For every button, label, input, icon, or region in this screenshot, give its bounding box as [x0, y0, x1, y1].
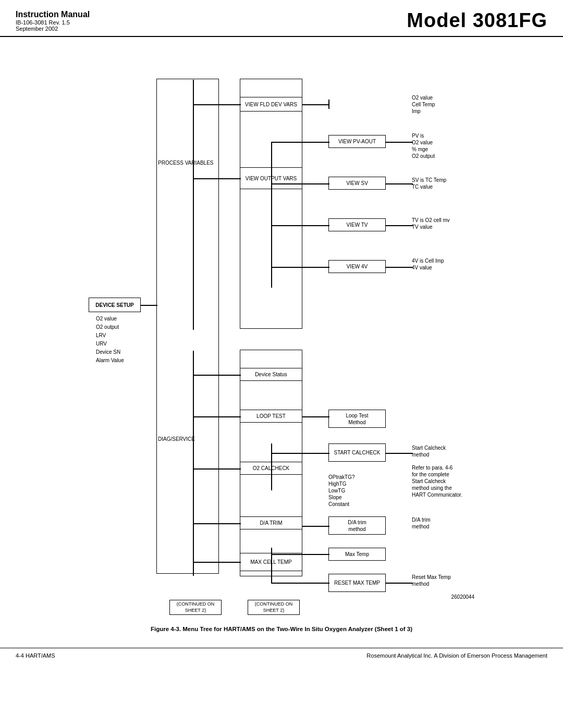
da-trim-method-box: D/A trim method: [328, 516, 386, 535]
vline-col2-process: [193, 80, 194, 330]
model-number: Model 3081FG: [407, 9, 547, 32]
loop-test-box: LOOP TEST: [240, 410, 302, 423]
line-pvaout-to-label: [386, 142, 413, 143]
line-diag-to-loop: [193, 416, 241, 417]
label-o2-value-setup: O2 value: [96, 315, 117, 322]
line-device-setup-to-col2: [141, 305, 157, 306]
line-sv-to-label: [386, 183, 413, 184]
line-4v-to-label: [386, 267, 413, 268]
line-diag-to-device-status: [193, 375, 241, 376]
label-process-variables: PROCESS VARIABLES: [158, 159, 214, 166]
label-sv-is: SV is TC Temp TC value: [412, 177, 446, 190]
view-4v-box: VIEW 4V: [328, 260, 386, 273]
line-fld-to-o2cell: [302, 104, 328, 105]
device-status-box: Device Status: [240, 368, 302, 381]
diagram-area: DEVICE SETUP O2 value O2 output LRV URV …: [89, 47, 474, 621]
da-trim-box: D/A TRIM: [240, 516, 302, 529]
loop-test-method-box: Loop Test Method: [328, 410, 386, 428]
manual-subtitle-line1: IB-106-3081 Rev. 1.5: [16, 19, 90, 26]
label-o2-output-setup: O2 output: [96, 324, 119, 330]
header-right: Model 3081FG: [407, 9, 547, 32]
label-tv-is: TV is O2 cell mv TV value: [412, 217, 450, 230]
line-to-reset-max: [271, 583, 329, 584]
label-optrak: OPtrakTG? HighTG LowTG Slope Constant: [328, 474, 355, 508]
line-output-to-tv: [271, 225, 329, 226]
label-reset-max-temp-method: Reset Max Temp method: [412, 574, 451, 587]
vline-maxcell: [271, 548, 272, 583]
reset-max-temp-box: RESET MAX TEMP: [328, 574, 386, 592]
vline-col2-diag: [193, 351, 194, 576]
label-start-calcheck-method: Start Calcheck method: [412, 445, 446, 458]
label-4v-is: 4V is Cell Imp 4V value: [412, 257, 444, 271]
line-output-to-4v: [271, 267, 329, 268]
footer-right: Rosemount Analytical Inc. A Division of …: [366, 652, 547, 659]
main-content: DEVICE SETUP O2 value O2 output LRV URV …: [0, 37, 563, 643]
label-da-trim-method-text: D/A trim method: [412, 516, 431, 530]
manual-subtitle-line2: September 2002: [16, 26, 90, 32]
vline-col3-output: [271, 142, 272, 288]
line-to-maxtemp: [271, 554, 329, 555]
line-tv-to-label: [386, 225, 413, 226]
footer-left: 4-4 HART/AMS: [16, 652, 55, 659]
label-lrv: LRV: [96, 332, 106, 339]
device-setup-box: DEVICE SETUP: [89, 298, 141, 312]
view-tv-box: VIEW TV: [328, 218, 386, 231]
label-device-sn: Device SN: [96, 349, 120, 355]
manual-title: Instruction Manual: [16, 10, 90, 19]
label-o2-cell-temp-imp: O2 value Cell Temp Imp: [412, 94, 435, 115]
label-alarm-value: Alarm Value: [96, 357, 124, 364]
view-sv-box: VIEW SV: [328, 177, 386, 190]
label-urv: URV: [96, 340, 107, 347]
line-diag-to-calcheck: [193, 468, 241, 470]
page-footer: 4-4 HART/AMS Rosemount Analytical Inc. A…: [0, 648, 563, 663]
line-pv-to-fld: [193, 104, 241, 105]
continued-on-2: (CONTINUED ON SHEET 2): [248, 600, 300, 615]
continued-on-1: (CONTINUED ON SHEET 2): [169, 600, 222, 615]
figure-caption: Figure 4-3. Menu Tree for HART/AMS on th…: [16, 626, 547, 632]
page-header: Instruction Manual IB-106-3081 Rev. 1.5 …: [0, 0, 563, 37]
label-diag-service: DIAG/SERVICE: [158, 436, 195, 442]
vline-calcheck: [271, 443, 272, 490]
start-calcheck-box: START CALCHECK: [328, 443, 386, 462]
line-to-start-calcheck: [271, 453, 329, 454]
line-diag-to-datrim: [193, 523, 241, 524]
outer-column-box: [156, 79, 219, 574]
line-pv-to-output: [193, 178, 241, 179]
view-pv-aout-box: VIEW PV-AOUT: [328, 135, 386, 148]
line-output-to-pv-aout: [271, 142, 329, 143]
vline-o2cell: [328, 100, 329, 109]
doc-number: 26020044: [451, 594, 475, 600]
label-pv-is: PV is O2 value % mge O2 output: [412, 132, 435, 159]
line-start-calcheck-to-label: [386, 453, 413, 454]
max-temp-box: Max Temp: [328, 548, 386, 561]
line-diag-to-maxcell: [193, 562, 241, 563]
label-refer-para: Refer to para. 4-6 for the complete Star…: [412, 464, 462, 498]
line-datrim-to-method: [302, 526, 329, 527]
line-output-to-sv: [271, 183, 329, 184]
line-looptest-to-method: [302, 416, 329, 417]
header-left: Instruction Manual IB-106-3081 Rev. 1.5 …: [16, 10, 90, 32]
line-reset-max-to-label: [386, 583, 413, 584]
view-fld-dev-vars-box: VIEW FLD DEV VARS: [240, 97, 302, 112]
